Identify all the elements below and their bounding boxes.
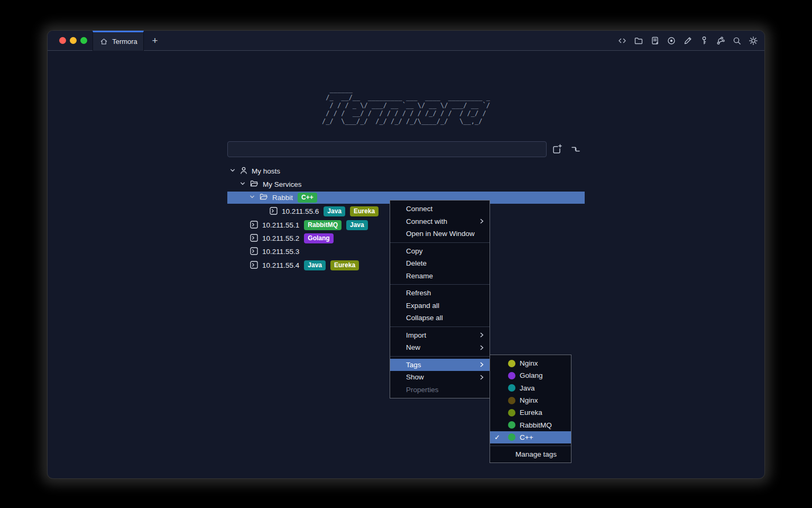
menu-item-properties: Properties xyxy=(390,384,490,396)
zoom-window-button[interactable] xyxy=(80,37,87,44)
traffic-lights xyxy=(59,37,87,44)
tab-title: Termora xyxy=(112,38,137,46)
terminal-icon xyxy=(250,261,258,270)
chevron-down-icon[interactable] xyxy=(239,180,246,188)
app-window: Termora + xyxy=(48,31,764,478)
tag-badge: Golang xyxy=(304,233,333,243)
tag-color-dot xyxy=(508,433,515,441)
menu-item-import[interactable]: Import xyxy=(390,329,490,342)
menu-item-manage-tags[interactable]: Manage tags xyxy=(490,448,571,460)
submenu-item-tag[interactable]: Eureka xyxy=(490,406,571,419)
host-name: 10.211.55.6 xyxy=(282,207,319,215)
tree-item-host[interactable]: 10.211.55.2 Golang xyxy=(250,232,334,245)
close-window-button[interactable] xyxy=(59,37,66,44)
tree-item-host[interactable]: 10.211.55.3 xyxy=(250,245,299,258)
tag-color-dot xyxy=(508,409,515,416)
tag-color-dot xyxy=(508,421,515,429)
menu-item-rename[interactable]: Rename xyxy=(390,270,490,283)
tags-submenu: Nginx Golang Java Nginx Eureka Rabb xyxy=(490,355,571,463)
menu-section: Copy Delete Rename xyxy=(390,242,490,285)
tree-item-host[interactable]: 10.211.55.1 RabbitMQ Java xyxy=(250,219,368,232)
menu-item-show[interactable]: Show xyxy=(390,371,490,384)
terminal-icon xyxy=(250,221,258,230)
host-name: 10.211.55.3 xyxy=(262,248,299,256)
tree-label: Rabbit xyxy=(272,194,293,202)
menu-item-connect[interactable]: Connect xyxy=(390,203,490,215)
add-host-button[interactable] xyxy=(550,142,564,157)
chevron-down-icon[interactable] xyxy=(249,194,255,202)
tag-badge: C++ xyxy=(298,193,317,203)
submenu-item-tag[interactable]: RabbitMQ xyxy=(490,419,571,431)
gear-icon[interactable] xyxy=(749,36,758,46)
menu-section: Manage tags xyxy=(490,446,571,462)
host-name: 10.211.55.2 xyxy=(262,234,299,242)
menu-item-collapse-all[interactable]: Collapse all xyxy=(390,312,490,324)
submenu-item-tag-selected[interactable]: ✓ C++ xyxy=(490,431,571,443)
edit-icon[interactable] xyxy=(683,36,693,46)
menu-section: Import New xyxy=(390,326,490,356)
menu-item-tags[interactable]: Tags xyxy=(390,359,490,371)
submenu-item-tag[interactable]: Nginx xyxy=(490,394,571,406)
key-icon[interactable] xyxy=(699,36,709,46)
menu-section: Tags Show Properties xyxy=(390,356,490,398)
terminal-icon xyxy=(250,234,258,243)
keychain-icon[interactable] xyxy=(716,36,725,46)
terminal-icon xyxy=(250,247,258,257)
chevron-right-icon xyxy=(479,362,484,367)
host-name: 10.211.55.4 xyxy=(262,261,299,269)
chevron-right-icon xyxy=(479,219,484,224)
tag-badge: Eureka xyxy=(330,260,359,270)
log-icon[interactable] xyxy=(650,36,660,46)
tag-color-dot xyxy=(508,397,515,404)
chevron-down-icon[interactable] xyxy=(229,167,236,175)
folder-open-icon xyxy=(260,193,268,202)
user-icon xyxy=(240,167,247,176)
chevron-right-icon xyxy=(479,345,484,350)
tag-badge: Java xyxy=(346,220,368,230)
terminal-icon xyxy=(270,207,278,216)
folder-open-icon xyxy=(250,180,259,189)
tag-badge: Java xyxy=(304,260,326,270)
tag-badge: RabbitMQ xyxy=(304,220,342,230)
menu-item-open-in-new-window[interactable]: Open in New Window xyxy=(390,228,490,240)
context-menu: Connect Connect with Open in New Window … xyxy=(390,200,490,398)
tab-termora[interactable]: Termora xyxy=(93,31,144,51)
search-icon[interactable] xyxy=(732,36,742,46)
tree-item-host[interactable]: 10.211.55.6 Java Eureka xyxy=(270,205,379,218)
submenu-item-tag[interactable]: Golang xyxy=(490,369,571,382)
host-name: 10.211.55.1 xyxy=(262,221,299,229)
menu-section: Nginx Golang Java Nginx Eureka Rabb xyxy=(490,355,571,446)
tag-color-dot xyxy=(508,384,515,392)
folder-icon[interactable] xyxy=(634,36,643,46)
submenu-item-tag[interactable]: Nginx xyxy=(490,357,571,369)
record-icon[interactable] xyxy=(667,36,676,46)
tree-item-my-services[interactable]: My Services xyxy=(239,178,302,191)
toolbar xyxy=(617,31,758,51)
menu-section: Refresh Expand all Collapse all xyxy=(390,284,490,326)
menu-item-refresh[interactable]: Refresh xyxy=(390,287,490,300)
filter-input[interactable] xyxy=(227,141,547,157)
menu-item-connect-with[interactable]: Connect with xyxy=(390,215,490,228)
collapse-all-button[interactable] xyxy=(569,142,583,157)
menu-item-copy[interactable]: Copy xyxy=(390,245,490,258)
tree-label: My hosts xyxy=(252,167,280,175)
titlebar: Termora + xyxy=(48,31,764,51)
tree-item-my-hosts[interactable]: My hosts xyxy=(229,165,280,178)
menu-item-expand-all[interactable]: Expand all xyxy=(390,300,490,312)
tag-badge: Java xyxy=(324,206,345,216)
tree-label: My Services xyxy=(263,180,302,188)
menu-item-delete[interactable]: Delete xyxy=(390,257,490,270)
chevron-right-icon xyxy=(479,375,484,380)
tag-color-dot xyxy=(508,360,515,367)
tree-item-rabbit[interactable]: Rabbit C++ xyxy=(249,191,317,204)
menu-section: Connect Connect with Open in New Window xyxy=(390,201,490,242)
tree-item-host[interactable]: 10.211.55.4 Java Eureka xyxy=(250,259,359,272)
new-tab-button[interactable]: + xyxy=(148,31,162,51)
submenu-item-tag[interactable]: Java xyxy=(490,382,571,394)
minimize-window-button[interactable] xyxy=(70,37,77,44)
check-icon: ✓ xyxy=(494,433,504,441)
menu-item-new[interactable]: New xyxy=(390,341,490,354)
tag-badge: Eureka xyxy=(350,206,379,216)
chevron-right-icon xyxy=(479,332,484,338)
code-icon[interactable] xyxy=(617,36,627,46)
